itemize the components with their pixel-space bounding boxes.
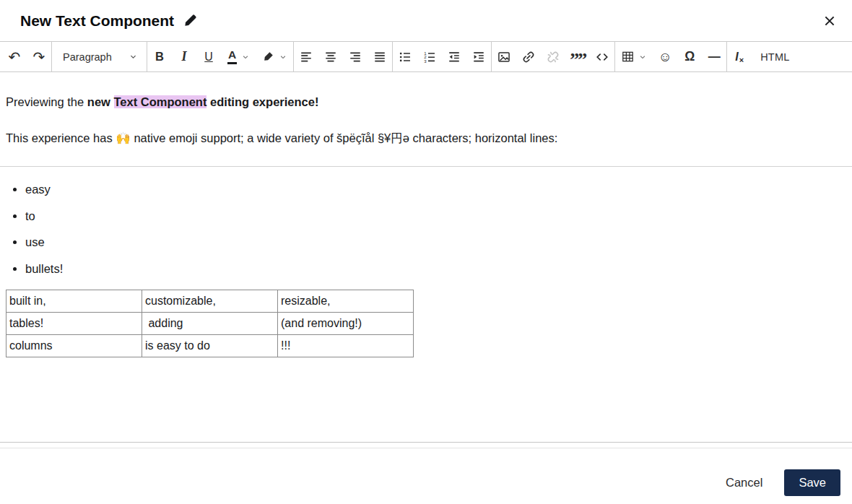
list-item[interactable]: use [25,235,846,250]
modal-header: New Text Component [0,0,852,41]
underline-icon: U [204,51,213,64]
special-character-button[interactable]: Ω [677,42,702,71]
cancel-button[interactable]: Cancel [726,476,762,490]
emoji-smiley-icon: ☺ [658,50,672,64]
text-run-bold: editing experience! [207,95,318,108]
bullet-list-icon [399,51,412,64]
paragraph-style-dropdown[interactable]: Paragraph [52,42,147,71]
text-color-icon: A [227,49,237,64]
redo-button[interactable]: ↷ [27,42,51,71]
bullet-list-button[interactable] [393,42,417,71]
indent-button[interactable] [466,42,491,71]
horizontal-line-button[interactable]: — [702,42,726,71]
table-cell[interactable]: is easy to do [142,335,278,357]
align-center-icon [324,51,337,64]
blockquote-icon: ”” [570,50,586,64]
table-cell[interactable]: customizable, [142,290,278,313]
table-dropdown[interactable] [615,42,653,71]
list-item[interactable]: bullets! [25,262,846,277]
italic-icon: I [181,49,186,64]
underline-button[interactable]: U [196,42,221,71]
page-title: New Text Component [20,12,174,30]
horizontal-line-icon: — [708,50,721,64]
image-icon [497,51,510,64]
insert-link-button[interactable] [516,42,541,71]
table-cell[interactable]: !!! [278,335,414,357]
align-right-button[interactable] [343,42,368,71]
indent-icon [472,51,485,64]
justify-icon [373,51,386,64]
align-right-icon [349,51,362,64]
omega-icon: Ω [684,49,695,64]
table-row: built in, customizable, resizable, [6,290,414,313]
chevron-down-icon [242,53,249,61]
undo-icon: ↶ [9,50,21,64]
table-cell[interactable]: tables! [6,313,142,335]
table-cell[interactable]: resizable, [278,290,414,313]
list-item[interactable]: easy [25,183,846,197]
save-button[interactable]: Save [784,469,840,496]
paragraph-1: Previewing the new Text Component editin… [6,94,846,111]
chevron-down-icon [279,53,287,61]
paragraph-style-label: Paragraph [63,51,112,63]
close-icon [822,14,837,28]
editor-content[interactable]: Previewing the new Text Component editin… [0,72,852,443]
numbered-list-icon: 123 [423,51,436,64]
table-cell[interactable]: (and removing!) [278,313,414,335]
code-button[interactable] [590,42,614,71]
blockquote-button[interactable]: ”” [565,42,590,71]
bullet-list: easy to use bullets! [6,183,846,277]
clear-formatting-button[interactable]: I× [727,42,752,71]
outdent-button[interactable] [442,42,466,71]
align-center-button[interactable] [318,42,343,71]
table-icon [622,51,634,63]
close-button[interactable] [820,11,840,31]
list-item[interactable]: to [25,209,846,224]
table-cell[interactable]: columns [6,335,142,357]
emoji-button[interactable]: ☺ [653,42,677,71]
unlink-icon [547,51,560,64]
align-left-button[interactable] [294,42,318,71]
link-icon [522,51,535,64]
highlighted-text: Text Component [114,95,207,108]
unlink-button[interactable] [541,42,565,71]
table-cell[interactable]: adding [142,313,278,335]
numbered-list-button[interactable]: 123 [417,42,442,71]
insert-image-button[interactable] [492,42,516,71]
code-icon [596,51,609,64]
modal-footer: Cancel Save [0,448,852,504]
outdent-icon [448,51,461,64]
paragraph-2: This experience has 🙌 native emoji suppo… [6,130,846,147]
html-source-label: HTML [752,51,798,63]
chevron-down-icon [129,53,137,61]
clear-formatting-icon: I× [735,51,744,64]
editor-toolbar: ↶ ↷ Paragraph B I U A 123 ”” ☺ Ω — [0,41,852,72]
table-cell[interactable]: built in, [6,290,142,313]
table-row: columns is easy to do !!! [6,335,414,357]
horizontal-rule [0,166,852,167]
text-color-dropdown[interactable]: A [221,42,256,71]
text-run-bold: new [87,95,114,108]
text-run-normal: Previewing the [6,95,87,108]
svg-text:3: 3 [424,58,427,63]
justify-button[interactable] [368,42,392,71]
bold-button[interactable]: B [147,42,172,71]
html-source-button[interactable]: HTML [752,42,798,71]
pencil-icon [183,14,197,27]
undo-button[interactable]: ↶ [2,42,27,71]
italic-button[interactable]: I [172,42,196,71]
editor-table: built in, customizable, resizable, table… [6,290,414,357]
align-left-icon [300,51,313,64]
bold-icon: B [155,50,164,64]
chevron-down-icon [639,53,646,61]
highlighter-pen-icon [262,51,274,63]
edit-title-button[interactable] [183,14,197,27]
redo-icon: ↷ [33,50,45,64]
highlight-color-dropdown[interactable] [256,42,293,71]
table-row: tables! adding (and removing!) [6,313,414,335]
